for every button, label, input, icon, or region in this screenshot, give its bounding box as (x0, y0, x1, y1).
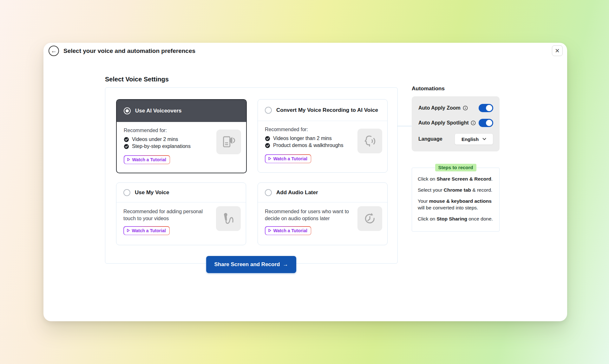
card-body: Recommended for adding personal touch to… (116, 202, 246, 235)
watch-tutorial-label: Watch a Tutorial (273, 228, 307, 233)
announcement-speaker-icon (216, 130, 241, 154)
play-icon (268, 229, 271, 232)
voice-preferences-dialog: ← Select your voice and automation prefe… (43, 43, 567, 321)
voice-options-panel: Use AI Voiceovers Recommended for: Video… (105, 87, 398, 264)
watch-tutorial-label: Watch a Tutorial (273, 156, 307, 161)
step-instruction: Click on Stop Sharing once done. (418, 215, 495, 222)
check-circle-icon (265, 136, 270, 141)
share-screen-and-record-button[interactable]: Share Screen and Record → (206, 256, 296, 273)
share-button-label: Share Screen and Record (214, 261, 280, 268)
check-circle-icon (265, 143, 270, 148)
card-title: Add Audio Later (276, 189, 318, 196)
recommendation-text: Step-by-step explanations (132, 144, 191, 149)
radio-unselected-icon[interactable] (123, 189, 130, 196)
auto-apply-zoom-label: Auto Apply Zoom (418, 105, 468, 111)
voice-option-use-my-voice[interactable]: Use My Voice Recommended for adding pers… (116, 182, 246, 245)
voice-settings-heading: Select Voice Settings (105, 76, 169, 83)
language-row: Language English (418, 134, 493, 144)
auto-apply-spotlight-toggle[interactable] (479, 119, 493, 127)
talking-voice-icon (357, 129, 382, 153)
watch-tutorial-button[interactable]: Watch a Tutorial (265, 226, 311, 235)
auto-apply-spotlight-label: Auto Apply Spotlight (418, 120, 476, 126)
automations-panel: Auto Apply Zoom Auto Apply Spotlight Lan… (412, 96, 500, 151)
arrow-right-icon: → (283, 261, 288, 268)
clock-later-icon (357, 206, 382, 231)
back-arrow-icon: ← (51, 48, 57, 54)
steps-to-record-panel: Steps to record Click on Share Screen & … (412, 168, 500, 232)
close-button[interactable]: × (552, 45, 563, 56)
card-body: Recommended for users who want to decide… (258, 202, 387, 235)
step-instruction: Your mouse & keyboard actions will be co… (418, 198, 495, 211)
check-circle-icon (124, 137, 129, 142)
connector-line (397, 126, 412, 126)
voice-option-convert-recording[interactable]: Convert My Voice Recording to AI Voice R… (258, 99, 388, 173)
voice-option-add-audio-later[interactable]: Add Audio Later Recommended for users wh… (258, 182, 388, 245)
card-header: Use AI Voiceovers (117, 100, 246, 122)
close-icon: × (555, 47, 560, 54)
steps-to-record-badge: Steps to record (435, 164, 476, 171)
card-title: Use My Voice (135, 189, 169, 196)
card-header: Add Audio Later (258, 183, 387, 202)
watch-tutorial-label: Watch a Tutorial (132, 157, 166, 162)
dialog-title: Select your voice and automation prefere… (63, 43, 195, 59)
language-label: Language (418, 136, 442, 142)
auto-apply-zoom-row: Auto Apply Zoom (418, 104, 493, 112)
recommendation-text: Product demos & walkthroughs (273, 143, 343, 148)
card-body: Recommended for: Videos longer than 2 mi… (258, 121, 387, 163)
card-title: Use AI Voiceovers (135, 108, 181, 114)
radio-unselected-icon[interactable] (265, 189, 272, 196)
watch-tutorial-button[interactable]: Watch a Tutorial (124, 155, 170, 164)
watch-tutorial-label: Watch a Tutorial (132, 228, 166, 233)
card-body: Recommended for: Videos under 2 mins Ste… (117, 122, 246, 164)
info-icon[interactable] (463, 105, 468, 111)
card-header: Convert My Voice Recording to AI Voice (258, 99, 387, 121)
automations-heading: Automations (412, 86, 445, 92)
step-instruction: Select your Chrome tab & record. (418, 187, 495, 193)
play-icon (268, 157, 271, 160)
card-title: Convert My Voice Recording to AI Voice (276, 107, 378, 113)
info-icon[interactable] (471, 120, 476, 125)
watch-tutorial-button[interactable]: Watch a Tutorial (265, 154, 311, 163)
auto-apply-zoom-toggle[interactable] (479, 104, 493, 112)
radio-selected-icon[interactable] (124, 107, 131, 114)
recommendation-text: Videos under 2 mins (132, 137, 178, 142)
language-select[interactable]: English (455, 133, 493, 145)
page-background: ← Select your voice and automation prefe… (0, 0, 609, 364)
check-circle-icon (124, 144, 129, 149)
radio-unselected-icon[interactable] (265, 107, 272, 114)
recommended-text: Recommended for users who want to decide… (265, 208, 355, 222)
recommendation-text: Videos longer than 2 mins (273, 136, 332, 141)
chevron-down-icon (482, 138, 486, 140)
watch-tutorial-button[interactable]: Watch a Tutorial (123, 226, 170, 235)
play-icon (127, 158, 130, 161)
play-icon (127, 229, 130, 232)
language-value: English (462, 137, 479, 142)
voice-option-use-ai-voiceovers[interactable]: Use AI Voiceovers Recommended for: Video… (116, 99, 247, 173)
auto-apply-spotlight-row: Auto Apply Spotlight (418, 119, 493, 127)
back-button[interactable]: ← (49, 46, 59, 56)
recommended-text: Recommended for adding personal touch to… (123, 208, 214, 222)
step-instruction: Click on Share Screen & Record. (418, 176, 495, 182)
card-header: Use My Voice (116, 183, 246, 202)
microphone-icon (216, 206, 241, 231)
